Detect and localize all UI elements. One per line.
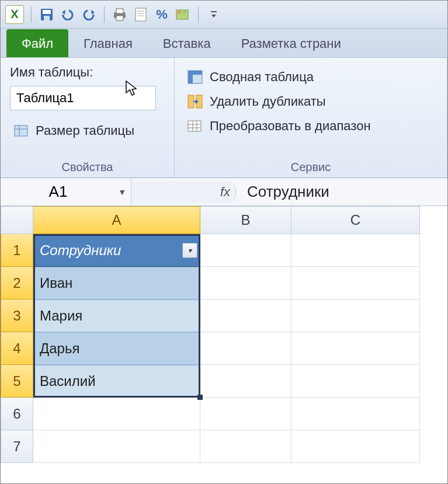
remove-duplicates-icon (186, 93, 204, 110)
row-header-1[interactable]: 1 (1, 234, 33, 267)
resize-table-button[interactable]: Размер таблицы (10, 119, 165, 143)
cell-C6[interactable] (291, 398, 420, 430)
ribbon-tabs: Файл Главная Вставка Разметка страни (1, 29, 447, 58)
formula-area: fx (131, 178, 447, 206)
cell-B6[interactable] (200, 398, 291, 430)
spellcheck-icon (175, 8, 190, 22)
convert-to-range-label: Преобразовать в диапазон (210, 119, 371, 134)
svg-rect-14 (15, 126, 27, 136)
cell-B1[interactable] (200, 234, 291, 267)
print-icon (112, 8, 127, 22)
svg-rect-6 (136, 8, 146, 21)
cell-B2[interactable] (200, 267, 291, 300)
undo-icon (61, 9, 75, 20)
cell-A4[interactable]: Дарья (33, 332, 200, 365)
resize-table-label: Размер таблицы (36, 123, 134, 138)
redo-icon (82, 9, 96, 20)
svg-rect-19 (188, 71, 202, 75)
row-header-6[interactable]: 6 (1, 398, 33, 430)
remove-duplicates-button[interactable]: Удалить дубликаты (184, 89, 437, 114)
pivot-table-button[interactable]: Сводная таблица (184, 65, 437, 89)
qat-separator (104, 6, 105, 23)
svg-rect-4 (116, 9, 123, 13)
table-name-input[interactable] (10, 86, 156, 110)
cell-A3[interactable]: Мария (33, 300, 200, 332)
qat-separator (198, 6, 199, 23)
cell-A7[interactable] (33, 430, 200, 463)
cell-C5[interactable] (291, 365, 420, 398)
cell-C3[interactable] (291, 300, 420, 332)
cell-A2[interactable]: Иван (33, 267, 200, 300)
remove-duplicates-label: Удалить дубликаты (210, 94, 326, 109)
tab-file[interactable]: Файл (6, 29, 68, 57)
cell-B3[interactable] (200, 300, 291, 332)
percent-button[interactable]: % (154, 6, 170, 23)
cell-B7[interactable] (200, 430, 291, 463)
cell-B5[interactable] (200, 365, 291, 398)
resize-table-icon (12, 122, 30, 140)
row-header-7[interactable]: 7 (1, 430, 33, 463)
name-box-value: A1 (49, 183, 68, 201)
fx-icon[interactable]: fx (220, 184, 230, 200)
svg-point-11 (178, 11, 181, 14)
name-box-dropdown-icon[interactable]: ▼ (118, 187, 126, 197)
qat-separator (31, 6, 32, 23)
svg-rect-1 (43, 10, 51, 14)
document-icon (134, 7, 147, 22)
cells-area: Сотрудники▾ИванМарияДарьяВасилий (33, 234, 420, 463)
customize-icon (210, 10, 218, 19)
print-button[interactable] (112, 6, 128, 23)
cell-C1[interactable] (291, 234, 420, 267)
cell-C2[interactable] (291, 267, 420, 300)
tab-insert[interactable]: Вставка (148, 29, 226, 57)
select-all-corner[interactable] (1, 206, 33, 234)
tab-page-layout[interactable]: Разметка страни (226, 29, 356, 57)
group-label-tools: Сервис (184, 157, 437, 175)
qat-customize-button[interactable] (206, 6, 222, 23)
ribbon-group-tools: Сводная таблица Удалить дубликаты Преобр… (175, 58, 447, 177)
svg-point-12 (183, 11, 186, 14)
spellcheck-button[interactable] (175, 6, 191, 23)
row-headers: 1234567 (1, 234, 33, 463)
formula-buttons: fx (131, 181, 237, 203)
percent-icon: % (156, 7, 168, 22)
svg-rect-22 (188, 121, 201, 131)
excel-logo-icon: X (5, 5, 24, 24)
name-box[interactable]: A1 ▼ (1, 178, 131, 206)
column-headers: ABC (33, 206, 447, 234)
cell-A1[interactable]: Сотрудники▾ (33, 234, 200, 267)
column-header-B[interactable]: B (200, 206, 291, 234)
convert-to-range-button[interactable]: Преобразовать в диапазон (184, 114, 437, 138)
svg-rect-20 (188, 95, 194, 108)
cell-B4[interactable] (200, 332, 291, 365)
table-name-label: Имя таблицы: (10, 65, 165, 80)
save-icon (40, 8, 54, 22)
formula-input[interactable] (237, 180, 447, 203)
tab-home[interactable]: Главная (68, 29, 148, 57)
row-header-2[interactable]: 2 (1, 267, 33, 300)
ribbon-group-properties: Имя таблицы: Размер таблицы Свойства (1, 58, 175, 177)
cell-A5[interactable]: Василий (33, 365, 200, 398)
row-header-3[interactable]: 3 (1, 300, 33, 332)
cell-C7[interactable] (291, 430, 420, 463)
convert-to-range-icon (186, 117, 204, 135)
save-button[interactable] (39, 6, 55, 23)
cell-A6[interactable] (33, 398, 200, 430)
svg-rect-5 (116, 16, 123, 20)
pivot-table-icon (186, 68, 204, 86)
column-header-A[interactable]: A (33, 206, 200, 234)
undo-button[interactable] (60, 6, 76, 23)
formula-bar: A1 ▼ fx (1, 178, 447, 206)
row-header-4[interactable]: 4 (1, 332, 33, 365)
cell-C4[interactable] (291, 332, 420, 365)
column-header-C[interactable]: C (291, 206, 420, 234)
ribbon: Имя таблицы: Размер таблицы Свойства Сво… (1, 58, 447, 178)
redo-button[interactable] (81, 6, 97, 23)
group-label-properties: Свойства (10, 157, 165, 175)
row-header-5[interactable]: 5 (1, 365, 33, 398)
filter-dropdown-button[interactable]: ▾ (182, 243, 197, 258)
fill-handle[interactable] (197, 395, 203, 400)
svg-rect-2 (44, 16, 50, 20)
spreadsheet-grid: ABC 1234567 Сотрудники▾ИванМарияДарьяВас… (1, 206, 447, 463)
preview-button[interactable] (133, 6, 149, 23)
